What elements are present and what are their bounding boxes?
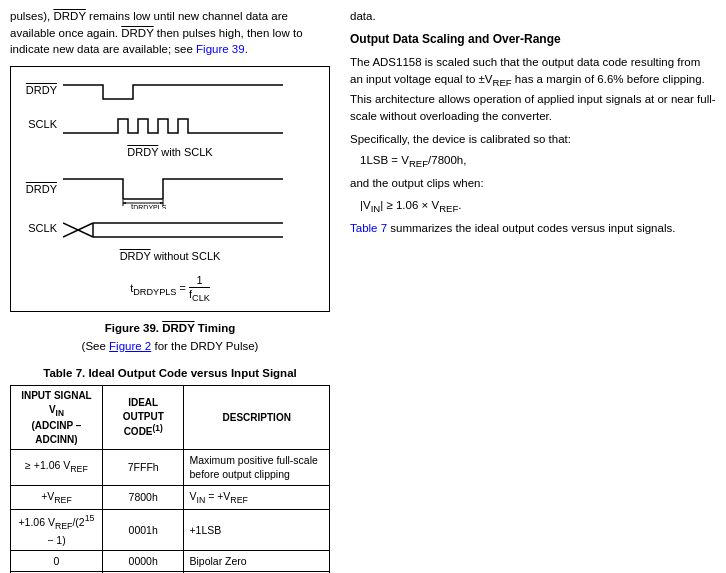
table7-ref-text: Table 7 summarizes the ideal output code…	[350, 220, 716, 237]
desc-cell: Bipolar Zero	[184, 550, 330, 571]
figure-caption-line2: (See Figure 2 for the DRDY Pulse)	[82, 340, 259, 352]
desc-cell: Maximum positive full-scale before outpu…	[184, 450, 330, 485]
signal-cell: 0	[11, 550, 103, 571]
drdy-label-2: DRDY	[25, 182, 63, 198]
table-wrapper: Table 7. Ideal Output Code versus Input …	[10, 365, 330, 573]
col-header-signal: INPUT SIGNAL VIN(ADCINP − ADCINN)	[11, 386, 103, 450]
intro-paragraph: pulses), DRDY remains low until new chan…	[10, 8, 330, 58]
signal-cell: +VREF	[11, 485, 103, 510]
table-row: ≥ +1.06 VREF7FFFhMaximum positive full-s…	[11, 450, 330, 485]
table-row: +1.06 VREF/(215 − 1)0001h+1LSB	[11, 510, 330, 551]
figure39-link[interactable]: Figure 39	[196, 43, 245, 55]
sclk-label-1: SCLK	[25, 117, 63, 133]
sclk-signal-1	[63, 111, 315, 139]
calibrated-text: Specifically, the device is calibrated s…	[350, 131, 716, 148]
table-row: 00000hBipolar Zero	[11, 550, 330, 571]
ideal-output-table: INPUT SIGNAL VIN(ADCINP − ADCINN) IDEAL …	[10, 385, 330, 573]
table7-link[interactable]: Table 7	[350, 222, 387, 234]
figure-caption-line1: Figure 39. DRDY Timing	[105, 322, 236, 334]
without-sclk-label: DRDY without SCLK	[25, 249, 315, 265]
with-sclk-label: DRDY with SCLK	[25, 145, 315, 161]
formula-clip: |VIN| ≥ 1.06 × VREF.	[360, 197, 716, 216]
timing-diagram-box: DRDY SCLK DRDY with SCLK DRDY	[10, 66, 330, 312]
drdy-text2: DRDY	[121, 27, 153, 39]
sclk-with-sclk-row: SCLK	[25, 111, 315, 139]
right-column: data. Output Data Scaling and Over-Range…	[340, 0, 726, 573]
output-scaling-text: The ADS1158 is scaled such that the outp…	[350, 54, 716, 125]
drdy-without-sclk-row: DRDY tDRDYPLS	[25, 171, 315, 209]
code-cell: 0001h	[102, 510, 184, 551]
code-cell: 0000h	[102, 550, 184, 571]
output-scaling-title: Output Data Scaling and Over-Range	[350, 31, 716, 48]
figure2-link[interactable]: Figure 2	[109, 340, 151, 352]
sclk-label-2: SCLK	[25, 221, 63, 237]
signal-cell: +1.06 VREF/(215 − 1)	[11, 510, 103, 551]
drdy-signal-1	[63, 77, 315, 105]
left-column: pulses), DRDY remains low until new chan…	[0, 0, 340, 573]
table-title: Table 7. Ideal Output Code versus Input …	[10, 365, 330, 382]
drdy-label-1: DRDY	[25, 83, 63, 99]
drdy-text: DRDY	[53, 10, 85, 22]
desc-cell: VIN = +VREF	[184, 485, 330, 510]
drdy-signal-2: tDRDYPLS	[63, 171, 315, 209]
table-row: +VREF7800hVIN = +VREF	[11, 485, 330, 510]
desc-cell: +1LSB	[184, 510, 330, 551]
top-text: data.	[350, 8, 716, 25]
svg-text:tDRDYPLS: tDRDYPLS	[131, 202, 167, 209]
signal-cell: ≥ +1.06 VREF	[11, 450, 103, 485]
tdrdy-formula: tDRDYPLS = 1fCLK	[25, 275, 315, 303]
sclk-signal-2	[63, 215, 315, 243]
sclk-without-sclk-row: SCLK	[25, 215, 315, 243]
col-header-desc: DESCRIPTION	[184, 386, 330, 450]
code-cell: 7FFFh	[102, 450, 184, 485]
formula-lsb: 1LSB = VREF/7800h,	[360, 152, 716, 171]
figure-caption: Figure 39. DRDY Timing (See Figure 2 for…	[10, 320, 330, 355]
code-cell: 7800h	[102, 485, 184, 510]
drdy-with-sclk-row: DRDY	[25, 77, 315, 105]
col-header-code: IDEAL OUTPUT CODE(1)	[102, 386, 184, 450]
clips-text: and the output clips when:	[350, 175, 716, 192]
